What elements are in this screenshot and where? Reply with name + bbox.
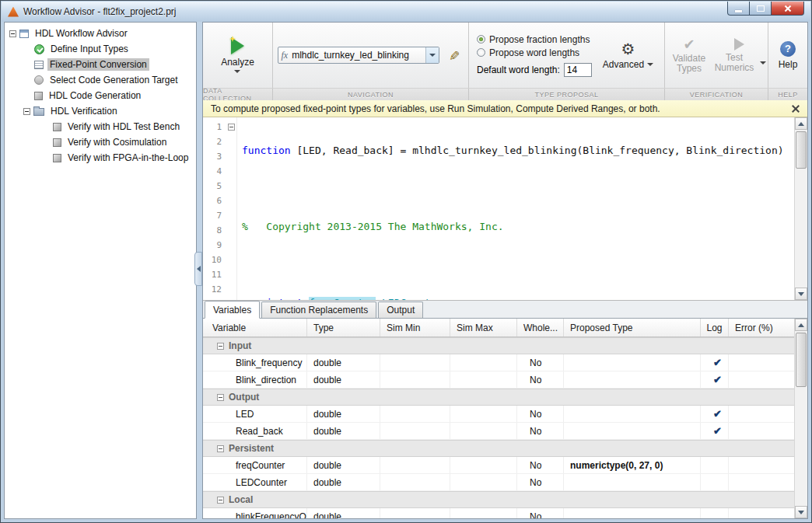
function-name-value: mlhdlc_turnkey_led_blinking xyxy=(292,50,425,61)
tree-item-hdl-code-generation[interactable]: HDL Code Generation xyxy=(5,88,196,103)
variables-table: Variable Type Sim Min Sim Max Whole... P… xyxy=(203,319,794,518)
test-play-icon xyxy=(734,38,744,51)
line-number-gutter: 123456789101112 xyxy=(203,117,226,300)
task-pane-icon xyxy=(34,61,44,69)
column-header-log[interactable]: Log xyxy=(701,319,729,336)
code-editor[interactable]: 123456789101112 function [LED, Read_back… xyxy=(203,117,807,301)
gear-icon xyxy=(621,41,635,57)
group-collapse-icon[interactable] xyxy=(217,394,224,401)
group-collapse-icon[interactable] xyxy=(217,497,224,504)
group-row-persistent[interactable]: Persistent xyxy=(203,440,794,457)
tree-item-verify-fpga-in-the-loop[interactable]: Verify with FPGA-in-the-Loop xyxy=(5,150,196,166)
log-check-icon[interactable] xyxy=(713,425,722,437)
radio-unselected-icon[interactable] xyxy=(477,48,485,57)
editor-scrollbar[interactable] xyxy=(794,117,807,300)
table-row[interactable]: LED double No xyxy=(203,406,794,423)
scrollbar-thumb[interactable] xyxy=(796,333,807,387)
tree-item-hdl-workflow-advisor[interactable]: HDL Workflow Advisor xyxy=(5,26,196,41)
strip-label-navigation: NAVIGATION xyxy=(273,89,469,100)
column-header-whole-number[interactable]: Whole... xyxy=(517,319,564,336)
scrollbar-track[interactable] xyxy=(795,130,807,288)
log-check-icon[interactable] xyxy=(713,374,722,385)
panel-splitter[interactable] xyxy=(197,22,202,519)
column-header-sim-max[interactable]: Sim Max xyxy=(450,319,517,336)
validate-types-button[interactable]: Validate Types xyxy=(667,37,712,74)
tab-function-replacements[interactable]: Function Replacements xyxy=(261,302,376,318)
results-panel: Variables Function Replacements Output V… xyxy=(203,301,807,518)
sparkle-icon xyxy=(229,36,236,42)
fx-icon xyxy=(282,50,289,61)
validate-check-icon xyxy=(683,37,695,51)
column-header-proposed-type[interactable]: Proposed Type xyxy=(564,319,701,336)
task-cube-icon xyxy=(53,138,61,147)
tree-item-define-input-types[interactable]: Define Input Types xyxy=(5,41,196,57)
edit-function-button[interactable] xyxy=(444,46,464,65)
restore-icon xyxy=(757,5,765,12)
scrollbar-track[interactable] xyxy=(795,331,807,506)
workflow-tree: HDL Workflow Advisor Define Input Types … xyxy=(4,22,197,519)
group-row-input[interactable]: Input xyxy=(203,337,794,354)
propose-word-lengths-radio[interactable]: Propose word lengths xyxy=(477,47,592,58)
section-help: Help xyxy=(768,23,807,88)
restore-button[interactable] xyxy=(749,2,772,16)
default-word-length-input[interactable] xyxy=(564,63,592,77)
help-button[interactable]: Help xyxy=(779,41,798,70)
titlebar[interactable]: Workflow Advisor - flt2fix_project2.prj xyxy=(2,2,810,22)
tree-item-verify-hdl-test-bench[interactable]: Verify with HDL Test Bench xyxy=(5,119,196,134)
column-header-sim-min[interactable]: Sim Min xyxy=(380,319,450,336)
log-check-icon[interactable] xyxy=(713,408,722,420)
table-scrollbar[interactable] xyxy=(794,319,807,518)
window-title: Workflow Advisor - flt2fix_project2.prj xyxy=(23,6,177,17)
tree-item-hdl-verification[interactable]: HDL Verification xyxy=(5,103,196,119)
radio-selected-icon[interactable] xyxy=(477,35,485,44)
propose-fraction-lengths-radio[interactable]: Propose fraction lengths xyxy=(477,34,592,45)
expand-collapse-icon[interactable] xyxy=(9,30,16,37)
tree-item-fixed-point-conversion[interactable]: Fixed-Point Conversion xyxy=(5,57,196,72)
arrow-up-icon xyxy=(798,122,804,126)
log-check-icon[interactable] xyxy=(713,357,722,368)
function-selector-combobox[interactable]: mlhdlc_turnkey_led_blinking xyxy=(278,47,439,64)
table-row[interactable]: Blink_direction double No xyxy=(203,371,794,389)
column-header-error[interactable]: Error (%) xyxy=(729,319,794,336)
scroll-up-button[interactable] xyxy=(795,319,807,331)
scroll-down-button[interactable] xyxy=(795,506,807,518)
table-row[interactable]: LEDCounter double No xyxy=(203,474,794,491)
info-banner-close-icon[interactable] xyxy=(792,105,800,113)
test-numerics-label: Test Numerics xyxy=(712,53,757,73)
tree-item-select-code-generation-target[interactable]: Select Code Generation Target xyxy=(5,72,196,88)
arrow-down-icon xyxy=(798,511,804,514)
highlighted-variable: freqCounter xyxy=(309,297,376,300)
collapse-tree-button[interactable] xyxy=(194,252,202,286)
column-header-variable[interactable]: Variable xyxy=(203,319,307,336)
column-header-type[interactable]: Type xyxy=(307,319,380,336)
test-numerics-button[interactable]: Test Numerics xyxy=(712,38,766,73)
table-row[interactable]: Read_back double No xyxy=(203,423,794,440)
close-button[interactable] xyxy=(771,2,804,16)
scroll-down-button[interactable] xyxy=(795,288,807,300)
fold-collapse-icon[interactable] xyxy=(228,124,235,131)
group-row-output[interactable]: Output xyxy=(203,389,794,406)
table-row[interactable]: freqCounter double No numerictype(0, 27,… xyxy=(203,457,794,474)
scrollbar-thumb[interactable] xyxy=(796,131,807,169)
table-row[interactable]: blinkFrequencyOut double No xyxy=(203,508,794,518)
strip-label-type-proposal: TYPE PROPOSAL xyxy=(469,89,665,100)
group-row-local[interactable]: Local xyxy=(203,491,794,508)
expand-collapse-icon[interactable] xyxy=(23,108,30,115)
group-collapse-icon[interactable] xyxy=(217,343,224,350)
strip-label-data-collection: DATA COLLECTION xyxy=(203,89,273,100)
advanced-button[interactable]: Advanced xyxy=(603,41,653,70)
table-row[interactable]: Blink_frequency double No xyxy=(203,354,794,371)
tab-output[interactable]: Output xyxy=(378,302,423,318)
code-line: % Copyright 2013-2015 The MathWorks, Inc… xyxy=(242,219,794,234)
scroll-up-button[interactable] xyxy=(795,117,807,130)
tab-variables[interactable]: Variables xyxy=(205,301,260,319)
group-collapse-icon[interactable] xyxy=(217,445,224,452)
toolbar-section-strip: DATA COLLECTION NAVIGATION TYPE PROPOSAL… xyxy=(203,88,807,100)
combobox-dropdown-button[interactable] xyxy=(425,47,439,63)
strip-label-help: HELP xyxy=(768,89,807,100)
tree-item-verify-cosimulation[interactable]: Verify with Cosimulation xyxy=(5,134,196,150)
matlab-app-icon xyxy=(8,7,19,17)
task-cube-icon xyxy=(53,154,61,162)
analyze-button[interactable]: Analyze xyxy=(221,37,254,73)
minimize-button[interactable] xyxy=(727,2,750,16)
